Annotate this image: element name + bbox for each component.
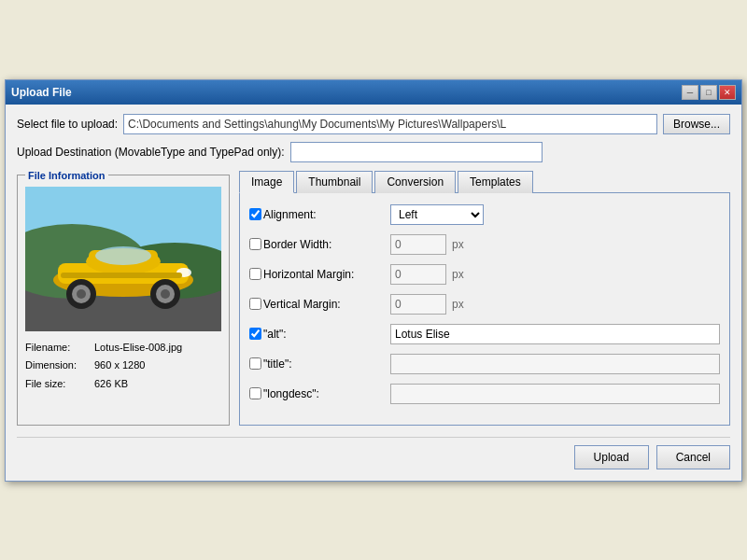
alignment-select-wrapper: Left Center Right [390, 204, 484, 225]
title-label-area: "title": [249, 357, 385, 371]
close-button[interactable]: ✕ [719, 85, 736, 100]
right-panel: Image Thumbnail Conversion Templates Ali… [239, 170, 730, 426]
vertical-margin-row: Vertical Margin: px [249, 294, 720, 315]
svg-point-12 [95, 246, 151, 265]
title-row: "title": [249, 354, 720, 374]
alt-row: "alt": [249, 324, 720, 344]
longdesc-checkbox[interactable] [249, 387, 261, 399]
vertical-margin-label-area: Vertical Margin: [249, 298, 385, 311]
dimension-label: Dimension: [25, 357, 91, 375]
border-width-row: Border Width: px [249, 234, 720, 255]
alignment-label-area: Alignment: [249, 208, 385, 221]
alignment-row: Alignment: Left Center Right [249, 204, 720, 225]
border-width-unit: px [452, 238, 464, 251]
upload-file-window: Upload File ─ □ ✕ Select file to upload:… [5, 79, 742, 482]
maximize-button[interactable]: □ [700, 85, 717, 100]
destination-row: Upload Destination (MovableType and Type… [17, 142, 730, 162]
border-width-label: Border Width: [263, 238, 385, 251]
window-title: Upload File [11, 86, 72, 99]
horizontal-margin-checkbox[interactable] [249, 268, 261, 280]
filename-label: Filename: [25, 339, 91, 357]
horizontal-margin-label: Horizontal Margin: [263, 268, 385, 281]
title-label: "title": [263, 357, 385, 371]
alignment-checkbox[interactable] [249, 208, 261, 220]
border-width-label-area: Border Width: [249, 238, 385, 251]
filesize-value: 626 KB [94, 375, 128, 394]
border-width-checkbox[interactable] [249, 238, 261, 250]
title-input[interactable] [390, 354, 720, 374]
alt-input[interactable] [390, 324, 720, 344]
svg-point-15 [77, 289, 86, 299]
svg-point-18 [161, 289, 170, 299]
alt-label: "alt": [263, 328, 385, 341]
longdesc-label-area: "longdesc": [249, 387, 385, 400]
tab-templates[interactable]: Templates [458, 171, 533, 193]
window-body: Select file to upload: Browse... Upload … [6, 105, 741, 481]
upload-button[interactable]: Upload [574, 445, 649, 469]
select-file-label: Select file to upload: [17, 118, 118, 131]
file-path-input[interactable] [123, 114, 657, 134]
horizontal-margin-input[interactable] [390, 264, 446, 285]
filesize-label: File size: [25, 375, 91, 394]
vertical-margin-label: Vertical Margin: [263, 298, 385, 311]
svg-rect-20 [61, 273, 182, 278]
tab-content-image: Alignment: Left Center Right [239, 193, 730, 426]
longdesc-label: "longdesc": [263, 387, 385, 400]
minimize-button[interactable]: ─ [682, 85, 698, 100]
horizontal-margin-unit: px [452, 268, 464, 281]
main-content: File Information [17, 170, 730, 426]
longdesc-input[interactable] [390, 384, 720, 404]
longdesc-row: "longdesc": [249, 384, 720, 404]
image-preview [25, 187, 221, 331]
alignment-select[interactable]: Left Center Right [390, 204, 484, 225]
filename-value: Lotus-Elise-008.jpg [94, 339, 182, 357]
vertical-margin-checkbox[interactable] [249, 298, 261, 310]
select-file-row: Select file to upload: Browse... [17, 114, 730, 134]
preview-image [25, 187, 221, 331]
horizontal-margin-label-area: Horizontal Margin: [249, 268, 385, 281]
alt-label-area: "alt": [249, 328, 385, 341]
title-checkbox[interactable] [249, 357, 261, 370]
vertical-margin-input[interactable] [390, 294, 446, 315]
tab-conversion[interactable]: Conversion [374, 171, 456, 193]
title-bar-controls: ─ □ ✕ [682, 85, 736, 100]
browse-button[interactable]: Browse... [663, 114, 730, 134]
title-bar: Upload File ─ □ ✕ [6, 80, 741, 105]
destination-input[interactable] [290, 142, 543, 162]
alignment-label: Alignment: [263, 208, 385, 221]
destination-label: Upload Destination (MovableType and Type… [17, 146, 285, 159]
tab-image[interactable]: Image [239, 171, 294, 193]
file-metadata: Filename: Lotus-Elise-008.jpg Dimension:… [25, 339, 221, 394]
cancel-button[interactable]: Cancel [656, 445, 730, 469]
alt-checkbox[interactable] [249, 328, 261, 340]
horizontal-margin-row: Horizontal Margin: px [249, 264, 720, 285]
tab-thumbnail[interactable]: Thumbnail [296, 171, 373, 193]
border-width-input[interactable] [390, 234, 446, 255]
tabs-bar: Image Thumbnail Conversion Templates [239, 170, 730, 193]
bottom-bar: Upload Cancel [17, 437, 730, 469]
file-info-title: File Information [25, 170, 108, 181]
dimension-value: 960 x 1280 [94, 357, 145, 375]
file-info-panel: File Information [17, 170, 230, 426]
vertical-margin-unit: px [452, 298, 464, 311]
